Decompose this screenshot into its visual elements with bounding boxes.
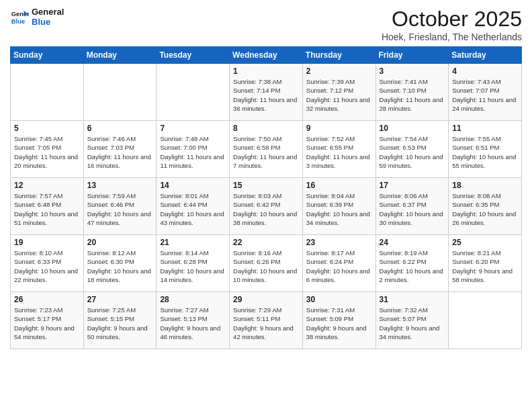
day-number: 4: [452, 66, 518, 76]
day-number: 2: [306, 66, 372, 76]
calendar-cell: 29Sunrise: 7:29 AM Sunset: 5:11 PM Dayli…: [230, 292, 303, 349]
column-header-wednesday: Wednesday: [230, 47, 303, 64]
day-info: Sunrise: 7:41 AM Sunset: 7:10 PM Dayligh…: [380, 77, 445, 113]
day-info: Sunrise: 7:25 AM Sunset: 5:15 PM Dayligh…: [87, 306, 153, 341]
day-info: Sunrise: 7:59 AM Sunset: 6:46 PM Dayligh…: [87, 191, 153, 227]
day-number: 6: [87, 124, 153, 133]
location: Hoek, Friesland, The Netherlands: [382, 32, 522, 42]
day-info: Sunrise: 7:29 AM Sunset: 5:11 PM Dayligh…: [233, 306, 299, 341]
day-info: Sunrise: 8:14 AM Sunset: 6:28 PM Dayligh…: [160, 248, 226, 284]
day-number: 17: [380, 181, 445, 190]
day-info: Sunrise: 7:38 AM Sunset: 7:14 PM Dayligh…: [233, 77, 299, 113]
day-info: Sunrise: 7:31 AM Sunset: 5:09 PM Dayligh…: [306, 306, 372, 341]
day-info: Sunrise: 8:01 AM Sunset: 6:44 PM Dayligh…: [160, 191, 226, 227]
calendar-cell: 25Sunrise: 8:21 AM Sunset: 6:20 PM Dayli…: [449, 235, 522, 292]
column-header-saturday: Saturday: [449, 47, 522, 64]
day-info: Sunrise: 8:12 AM Sunset: 6:30 PM Dayligh…: [87, 248, 153, 284]
page-header: General Blue General Blue October 2025 H…: [10, 7, 522, 42]
day-info: Sunrise: 7:45 AM Sunset: 7:05 PM Dayligh…: [14, 134, 80, 170]
day-info: Sunrise: 7:50 AM Sunset: 6:58 PM Dayligh…: [233, 134, 299, 170]
calendar-week-row: 26Sunrise: 7:23 AM Sunset: 5:17 PM Dayli…: [11, 292, 522, 349]
day-info: Sunrise: 7:52 AM Sunset: 6:55 PM Dayligh…: [306, 134, 372, 170]
calendar-cell: [83, 64, 157, 121]
column-header-friday: Friday: [375, 47, 449, 64]
day-number: 7: [160, 124, 226, 133]
calendar-cell: 23Sunrise: 8:17 AM Sunset: 6:24 PM Dayli…: [302, 235, 375, 292]
day-number: 25: [452, 238, 518, 247]
calendar-cell: 8Sunrise: 7:50 AM Sunset: 6:58 PM Daylig…: [230, 121, 303, 178]
title-block: October 2025 Hoek, Friesland, The Nether…: [382, 7, 522, 42]
calendar-cell: 17Sunrise: 8:06 AM Sunset: 6:37 PM Dayli…: [375, 178, 449, 235]
day-number: 8: [233, 124, 299, 133]
calendar-cell: 6Sunrise: 7:46 AM Sunset: 7:03 PM Daylig…: [83, 121, 157, 178]
logo-general-text: General: [32, 7, 64, 17]
calendar-cell: 15Sunrise: 8:03 AM Sunset: 6:42 PM Dayli…: [230, 178, 303, 235]
calendar-week-row: 1Sunrise: 7:38 AM Sunset: 7:14 PM Daylig…: [11, 64, 522, 121]
day-info: Sunrise: 8:03 AM Sunset: 6:42 PM Dayligh…: [233, 191, 299, 227]
day-number: 15: [233, 181, 299, 190]
calendar-cell: [11, 64, 84, 121]
calendar-cell: 20Sunrise: 8:12 AM Sunset: 6:30 PM Dayli…: [83, 235, 157, 292]
day-number: 10: [380, 124, 445, 133]
calendar-cell: 3Sunrise: 7:41 AM Sunset: 7:10 PM Daylig…: [375, 64, 449, 121]
column-header-monday: Monday: [83, 47, 157, 64]
day-number: 27: [87, 295, 153, 304]
day-info: Sunrise: 8:08 AM Sunset: 6:35 PM Dayligh…: [452, 191, 518, 227]
day-number: 29: [233, 295, 299, 304]
day-number: 19: [14, 238, 80, 247]
calendar-week-row: 19Sunrise: 8:10 AM Sunset: 6:33 PM Dayli…: [11, 235, 522, 292]
day-number: 13: [87, 181, 153, 190]
day-info: Sunrise: 8:16 AM Sunset: 6:26 PM Dayligh…: [233, 248, 299, 284]
calendar-cell: 14Sunrise: 8:01 AM Sunset: 6:44 PM Dayli…: [157, 178, 230, 235]
calendar-week-row: 5Sunrise: 7:45 AM Sunset: 7:05 PM Daylig…: [11, 121, 522, 178]
day-number: 26: [14, 295, 80, 304]
day-info: Sunrise: 7:55 AM Sunset: 6:51 PM Dayligh…: [452, 134, 518, 170]
day-info: Sunrise: 8:06 AM Sunset: 6:37 PM Dayligh…: [380, 191, 445, 227]
day-number: 28: [160, 295, 226, 304]
calendar-table: SundayMondayTuesdayWednesdayThursdayFrid…: [10, 46, 522, 349]
day-number: 5: [14, 124, 80, 133]
calendar-cell: 27Sunrise: 7:25 AM Sunset: 5:15 PM Dayli…: [83, 292, 157, 349]
day-number: 16: [306, 181, 372, 190]
day-info: Sunrise: 7:54 AM Sunset: 6:53 PM Dayligh…: [380, 134, 445, 170]
calendar-cell: 24Sunrise: 8:19 AM Sunset: 6:22 PM Dayli…: [375, 235, 449, 292]
day-info: Sunrise: 7:39 AM Sunset: 7:12 PM Dayligh…: [306, 77, 372, 113]
calendar-cell: 2Sunrise: 7:39 AM Sunset: 7:12 PM Daylig…: [302, 64, 375, 121]
logo-blue-text: Blue: [32, 17, 64, 27]
logo: General Blue General Blue: [10, 7, 64, 27]
day-number: 23: [306, 238, 372, 247]
calendar-cell: 26Sunrise: 7:23 AM Sunset: 5:17 PM Dayli…: [11, 292, 84, 349]
month-title: October 2025: [382, 7, 522, 32]
day-number: 21: [160, 238, 226, 247]
calendar-cell: 1Sunrise: 7:38 AM Sunset: 7:14 PM Daylig…: [230, 64, 303, 121]
day-number: 20: [87, 238, 153, 247]
calendar-cell: 16Sunrise: 8:04 AM Sunset: 6:39 PM Dayli…: [302, 178, 375, 235]
day-info: Sunrise: 7:27 AM Sunset: 5:13 PM Dayligh…: [160, 306, 226, 341]
calendar-cell: 7Sunrise: 7:48 AM Sunset: 7:00 PM Daylig…: [157, 121, 230, 178]
day-number: 3: [380, 66, 445, 76]
column-header-sunday: Sunday: [11, 47, 84, 64]
calendar-week-row: 12Sunrise: 7:57 AM Sunset: 6:48 PM Dayli…: [11, 178, 522, 235]
day-number: 1: [233, 66, 299, 76]
calendar-cell: 18Sunrise: 8:08 AM Sunset: 6:35 PM Dayli…: [449, 178, 522, 235]
day-number: 9: [306, 124, 372, 133]
calendar-cell: 21Sunrise: 8:14 AM Sunset: 6:28 PM Dayli…: [157, 235, 230, 292]
calendar-cell: 30Sunrise: 7:31 AM Sunset: 5:09 PM Dayli…: [302, 292, 375, 349]
day-info: Sunrise: 8:21 AM Sunset: 6:20 PM Dayligh…: [452, 248, 518, 284]
day-number: 30: [306, 295, 372, 304]
svg-text:Blue: Blue: [11, 18, 25, 25]
day-info: Sunrise: 7:46 AM Sunset: 7:03 PM Dayligh…: [87, 134, 153, 170]
day-number: 11: [452, 124, 518, 133]
day-info: Sunrise: 8:04 AM Sunset: 6:39 PM Dayligh…: [306, 191, 372, 227]
day-info: Sunrise: 7:57 AM Sunset: 6:48 PM Dayligh…: [14, 191, 80, 227]
calendar-cell: 11Sunrise: 7:55 AM Sunset: 6:51 PM Dayli…: [449, 121, 522, 178]
calendar-cell: 12Sunrise: 7:57 AM Sunset: 6:48 PM Dayli…: [11, 178, 84, 235]
day-number: 22: [233, 238, 299, 247]
day-number: 18: [452, 181, 518, 190]
calendar-cell: [157, 64, 230, 121]
calendar-header-row: SundayMondayTuesdayWednesdayThursdayFrid…: [11, 47, 522, 64]
calendar-cell: 31Sunrise: 7:32 AM Sunset: 5:07 PM Dayli…: [375, 292, 449, 349]
column-header-thursday: Thursday: [302, 47, 375, 64]
calendar-cell: 22Sunrise: 8:16 AM Sunset: 6:26 PM Dayli…: [230, 235, 303, 292]
day-number: 14: [160, 181, 226, 190]
